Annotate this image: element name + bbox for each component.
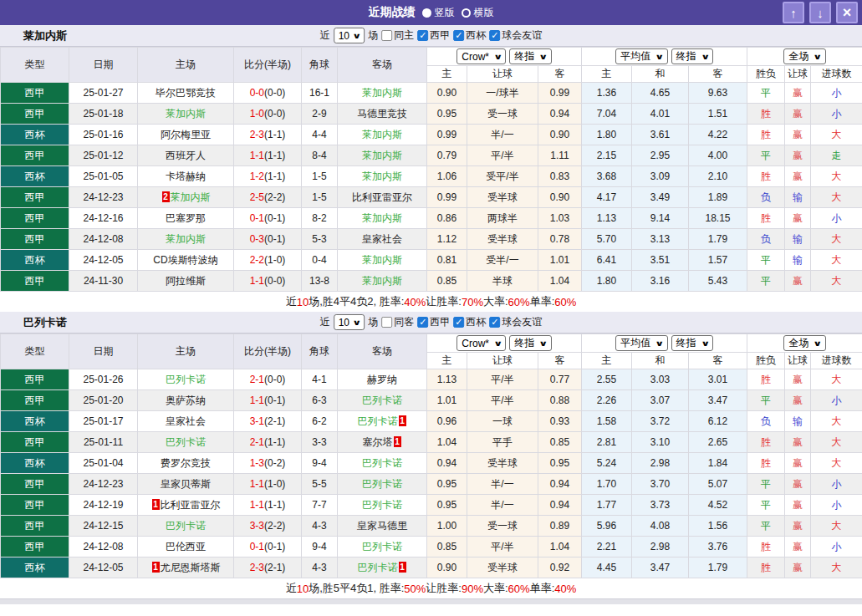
league-checkbox-copa[interactable]: ✓ 西杯 [453,315,486,329]
bookmaker-select[interactable]: Crow*∨ [457,335,506,351]
window-buttons: ↑ ↓ × [783,2,862,23]
close-button[interactable]: × [836,2,858,23]
summary-segment: 近 [286,294,297,309]
home-team-cell: 巴伦西亚 [138,537,234,557]
col-header-goals-result: 进球数 [811,353,862,369]
scope-controls: 全场∨ [747,334,862,353]
close-icon: × [843,4,852,22]
home-team-name: 皇家社会 [166,415,206,427]
move-up-button[interactable]: ↑ [783,2,804,23]
result-outcome: 胜 [747,537,785,557]
result-outcome: 胜 [747,208,785,229]
league-label: 球会友谊 [502,315,542,329]
away-team-name: 塞尔塔 [363,436,393,448]
result-goals: 大 [811,453,862,474]
corner-cell: 16-1 [302,83,338,104]
red-card-badge: 1 [152,499,160,510]
euro-away-odds: 1.57 [689,250,747,271]
chevron-down-icon: ∨ [814,53,823,61]
bookmaker-select[interactable]: Crow*∨ [457,48,506,64]
away-team-name: 巴列卡诺 [362,457,402,469]
match-date-cell: 25-01-05 [69,166,138,187]
league-checkbox-laliga[interactable]: ✓ 西甲 [417,28,450,43]
euro-home-odds: 5.24 [582,453,632,474]
euro-away-odds: 3.47 [689,390,747,411]
euro-draw-odds: 3.03 [632,369,689,390]
scope-select[interactable]: 全场∨ [783,48,825,64]
summary-segment: 场,胜4平4负2, 胜率: [309,294,404,309]
recent-results-panel: 近期战绩 竖版 横版 ↑ ↓ × 莱加内斯 近 10 ∨ [0,0,862,616]
chevron-down-icon: ∨ [352,32,361,40]
chevron-down-icon: ∨ [493,53,502,61]
match-count-select[interactable]: 10 ∨ [334,28,365,43]
home-team-cell: 西班牙人 [138,145,234,166]
euro-avg-select[interactable]: 平均值∨ [615,48,667,64]
euro-draw-odds: 2.98 [632,453,689,474]
match-row: 西甲25-01-27毕尔巴鄂竞技0-0(0-0)16-1莱加内斯0.90一/球半… [1,83,862,104]
handicap-away-odds: 1.01 [538,250,582,271]
euro-time-select[interactable]: 终指∨ [671,335,713,351]
scope-select[interactable]: 全场∨ [783,335,825,351]
fulltime-score: 2-3 [250,129,264,140]
result-outcome: 平 [747,271,785,292]
result-handicap: 赢 [785,474,811,495]
handicap-line: 一球 [467,411,538,432]
home-team-name: 莱加内斯 [166,233,206,245]
handicap-time-select[interactable]: 终指∨ [509,48,551,64]
league-label: 西甲 [430,28,450,43]
away-team-name: 皇家社会 [362,233,402,245]
league-checkbox-laliga[interactable]: ✓ 西甲 [417,315,450,329]
euro-away-odds: 5.07 [689,474,747,495]
team-name: 莱加内斯 [23,28,67,43]
league-checkbox-copa[interactable]: ✓ 西杯 [453,28,486,43]
same-venue-checkbox[interactable]: 同客 [381,315,414,329]
recent-filter: 近 10 ∨ 场 同主 ✓ 西甲 ✓ 西杯 [320,28,543,43]
euro-time-select[interactable]: 终指∨ [671,48,713,64]
result-goals: 小 [811,495,862,516]
horizontal-scrollbar[interactable] [0,598,862,604]
col-header-hdp-home: 主 [427,353,467,369]
euro-home-odds: 5.70 [582,229,632,250]
near-label: 近 [320,315,330,329]
section-summary: 近10场,胜5平4负1, 胜率:50% 让胜率:90% 大率:60% 单率:40… [0,578,862,598]
red-card-badge: 1 [399,415,406,426]
handicap-home-odds: 0.90 [427,557,467,578]
away-team-cell: 赫罗纳 [338,369,427,390]
match-type-badge: 西杯 [1,557,69,578]
summary-segment: 10 [297,583,309,595]
euro-avg-select[interactable]: 平均值∨ [615,335,667,351]
away-team-cell: 莱加内斯 [338,166,427,187]
away-team-name: 莱加内斯 [362,212,402,224]
handicap-home-odds: 1.01 [427,390,467,411]
match-count-select[interactable]: 10 ∨ [334,314,365,330]
same-venue-checkbox[interactable]: 同主 [381,28,414,43]
match-row: 西甲24-12-232莱加内斯2-5(2-2)1-5比利亚雷亚尔0.99受半球0… [1,187,862,208]
handicap-home-odds: 1.06 [427,166,467,187]
handicap-away-odds: 1.03 [538,208,582,229]
euro-home-odds: 1.36 [582,83,632,104]
result-handicap: 赢 [785,432,811,453]
home-team-name: 莱加内斯 [166,108,206,120]
league-checkbox-friendly[interactable]: ✓ 球会友谊 [489,315,542,329]
handicap-away-odds: 1.04 [538,271,582,292]
result-handicap: 赢 [785,145,811,166]
summary-segment: 近 [286,581,297,596]
radio-horizontal-layout[interactable]: 横版 [462,6,494,20]
match-type-badge: 西甲 [1,229,69,250]
summary-segment: 40% [404,296,426,308]
score-cell: 2-2(1-0) [234,250,302,271]
handicap-away-odds: 1.04 [538,537,582,557]
checkbox-checked-icon: ✓ [489,317,500,328]
col-header-hdp-result: 让球 [785,353,811,369]
league-checkbox-friendly[interactable]: ✓ 球会友谊 [489,28,542,43]
move-down-button[interactable]: ↓ [809,2,831,23]
handicap-away-odds: 0.92 [538,557,582,578]
radio-vertical-layout[interactable]: 竖版 [422,6,455,20]
euro-draw-odds: 2.95 [632,145,689,166]
summary-segment: 场,胜5平4负1, 胜率: [309,581,404,596]
summary-segment: 70% [462,296,483,308]
result-outcome: 胜 [747,557,785,578]
handicap-time-select[interactable]: 终指∨ [509,335,551,351]
col-header-home: 主场 [138,48,234,83]
handicap-away-odds: 0.85 [538,432,582,453]
